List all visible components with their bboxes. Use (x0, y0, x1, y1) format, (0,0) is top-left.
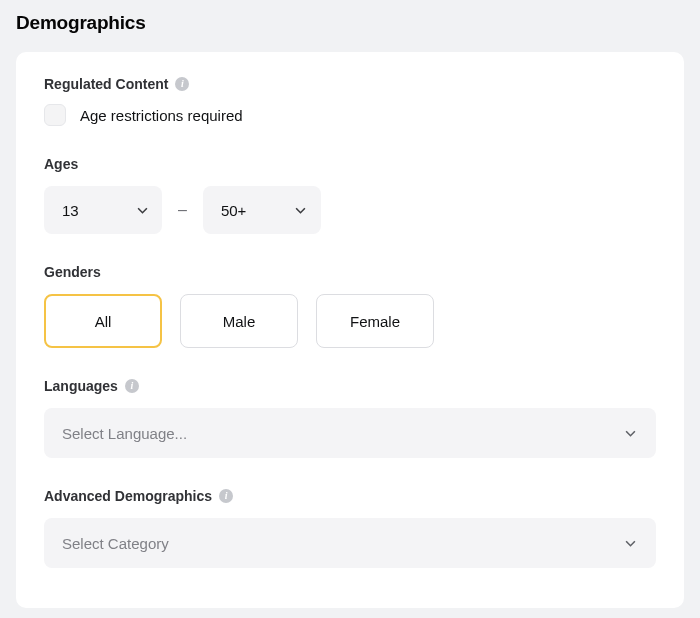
chevron-down-icon (624, 537, 636, 549)
gender-option-male[interactable]: Male (180, 294, 298, 348)
regulated-content-label-row: Regulated Content i (44, 76, 656, 92)
gender-option-all[interactable]: All (44, 294, 162, 348)
regulated-content-label: Regulated Content (44, 76, 168, 92)
age-separator: – (176, 201, 189, 219)
info-icon[interactable]: i (125, 379, 139, 393)
languages-label: Languages (44, 378, 118, 394)
languages-placeholder: Select Language... (62, 425, 187, 442)
age-min-select[interactable]: 13 (44, 186, 162, 234)
genders-row: All Male Female (44, 294, 656, 348)
chevron-down-icon (136, 204, 148, 216)
age-max-select[interactable]: 50+ (203, 186, 321, 234)
advanced-demographics-section: Advanced Demographics i Select Category (44, 488, 656, 568)
advanced-demographics-label: Advanced Demographics (44, 488, 212, 504)
gender-option-female[interactable]: Female (316, 294, 434, 348)
chevron-down-icon (295, 204, 307, 216)
chevron-down-icon (624, 427, 636, 439)
advanced-demographics-select[interactable]: Select Category (44, 518, 656, 568)
age-restrictions-checkbox[interactable] (44, 104, 66, 126)
info-icon[interactable]: i (175, 77, 189, 91)
age-restrictions-row: Age restrictions required (44, 104, 656, 126)
regulated-content-section: Regulated Content i Age restrictions req… (44, 76, 656, 126)
genders-label: Genders (44, 264, 101, 280)
advanced-demographics-placeholder: Select Category (62, 535, 169, 552)
info-icon[interactable]: i (219, 489, 233, 503)
genders-section: Genders All Male Female (44, 264, 656, 348)
languages-label-row: Languages i (44, 378, 656, 394)
ages-label-row: Ages (44, 156, 656, 172)
age-min-value: 13 (62, 202, 79, 219)
demographics-card: Regulated Content i Age restrictions req… (16, 52, 684, 608)
age-restrictions-label: Age restrictions required (80, 107, 243, 124)
advanced-demographics-label-row: Advanced Demographics i (44, 488, 656, 504)
languages-section: Languages i Select Language... (44, 378, 656, 458)
page-title: Demographics (16, 12, 684, 34)
ages-label: Ages (44, 156, 78, 172)
age-max-value: 50+ (221, 202, 246, 219)
ages-section: Ages 13 – 50+ (44, 156, 656, 234)
ages-row: 13 – 50+ (44, 186, 656, 234)
languages-select[interactable]: Select Language... (44, 408, 656, 458)
genders-label-row: Genders (44, 264, 656, 280)
